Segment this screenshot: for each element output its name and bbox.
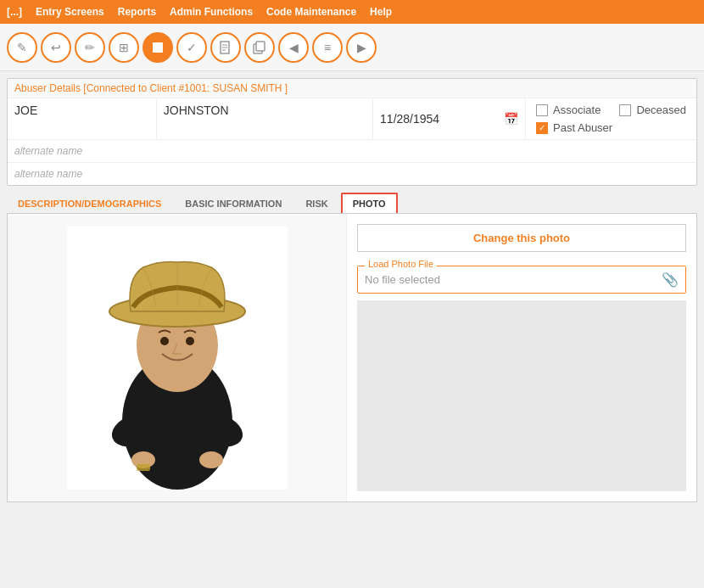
nav-reports[interactable]: Reports [118, 6, 156, 18]
past-abuser-checkbox-row: ✓ Past Abuser [536, 121, 686, 134]
tab-basic-info[interactable]: BASIC INFORMATION [174, 193, 293, 213]
deceased-label: Deceased [636, 104, 686, 116]
nav-admin-functions[interactable]: Admin Functions [170, 6, 253, 18]
past-abuser-checkbox[interactable]: ✓ [536, 122, 548, 134]
toolbar-menu-btn[interactable]: ≡ [312, 32, 343, 63]
toolbar-back-btn[interactable]: ↩ [41, 32, 71, 63]
abuser-title-text: Abuser Details [Connected to Client #100… [14, 82, 288, 94]
svg-point-18 [160, 337, 169, 345]
checkboxes-area: Associate Deceased ✓ Past Abuser [526, 98, 696, 139]
load-photo-section: Load Photo File No file selected 📎 [357, 266, 686, 294]
nav-help[interactable]: Help [370, 6, 392, 18]
tab-risk[interactable]: RISK [294, 193, 338, 213]
past-abuser-label: Past Abuser [553, 121, 612, 134]
abuser-dob-value: 11/28/1954 [380, 112, 499, 126]
alternate-name-row-1: alternate name [8, 140, 696, 163]
associate-checkbox-row: Associate Deceased [536, 104, 686, 116]
alternate-name-2[interactable]: alternate name [8, 163, 696, 185]
svg-rect-0 [153, 42, 163, 53]
toolbar-grid-btn[interactable]: ⊞ [109, 32, 139, 63]
abuser-name-row: JOE JOHNSTON 11/28/1954 📅 Associate Dece… [8, 98, 696, 140]
alternate-name-1[interactable]: alternate name [8, 140, 696, 162]
abuser-last-name[interactable]: JOHNSTON [157, 98, 373, 139]
associate-label: Associate [553, 104, 601, 116]
calendar-icon[interactable]: 📅 [504, 112, 518, 126]
abuser-details-section: Abuser Details [Connected to Client #100… [7, 78, 697, 186]
tab-description[interactable]: DESCRIPTION/DEMOGRAPHICS [7, 193, 172, 213]
toolbar-check-btn[interactable]: ✓ [176, 32, 207, 63]
abuser-first-name[interactable]: JOE [8, 98, 157, 139]
svg-rect-15 [137, 464, 150, 471]
file-input-row: No file selected 📎 [358, 266, 685, 293]
abuser-dob-field[interactable]: 11/28/1954 📅 [373, 98, 526, 139]
abuser-section-title: Abuser Details [Connected to Client #100… [8, 79, 696, 98]
toolbar-next-btn[interactable]: ▶ [346, 32, 377, 63]
nav-entry-screens[interactable]: Entry Screens [36, 6, 104, 18]
top-nav: [...] Entry Screens Reports Admin Functi… [0, 0, 704, 24]
file-attach-icon[interactable]: 📎 [662, 272, 679, 288]
right-panel-bottom-area [357, 300, 686, 491]
right-panel: Change this photo Load Photo File No fil… [347, 214, 696, 501]
load-photo-label: Load Photo File [365, 259, 437, 269]
nav-code-maintenance[interactable]: Code Maintenance [266, 6, 356, 18]
photo-panel [8, 214, 347, 501]
person-photo-svg [67, 227, 288, 490]
toolbar-pencil-btn[interactable]: ✏ [75, 32, 105, 63]
svg-point-14 [199, 451, 223, 468]
change-photo-button[interactable]: Change this photo [357, 224, 686, 252]
toolbar-prev-btn[interactable]: ◀ [278, 32, 309, 63]
toolbar: ✎ ↩ ✏ ⊞ ✓ ◀ ≡ ▶ [0, 24, 704, 71]
svg-rect-6 [256, 42, 265, 51]
tabs-bar: DESCRIPTION/DEMOGRAPHICS BASIC INFORMATI… [7, 193, 697, 214]
tab-photo[interactable]: PHOTO [341, 193, 398, 213]
deceased-checkbox[interactable] [619, 104, 631, 116]
nav-bracket[interactable]: [...] [7, 6, 22, 18]
alternate-name-row-2: alternate name [8, 163, 696, 185]
toolbar-copy-btn[interactable] [244, 32, 275, 63]
toolbar-edit-btn[interactable]: ✎ [7, 32, 37, 63]
main-content: Change this photo Load Photo File No fil… [7, 214, 697, 502]
associate-checkbox[interactable] [536, 104, 548, 116]
file-input-placeholder: No file selected [365, 273, 662, 286]
svg-point-19 [186, 337, 194, 345]
toolbar-stop-btn[interactable] [142, 32, 173, 63]
toolbar-doc-btn[interactable] [210, 32, 241, 63]
